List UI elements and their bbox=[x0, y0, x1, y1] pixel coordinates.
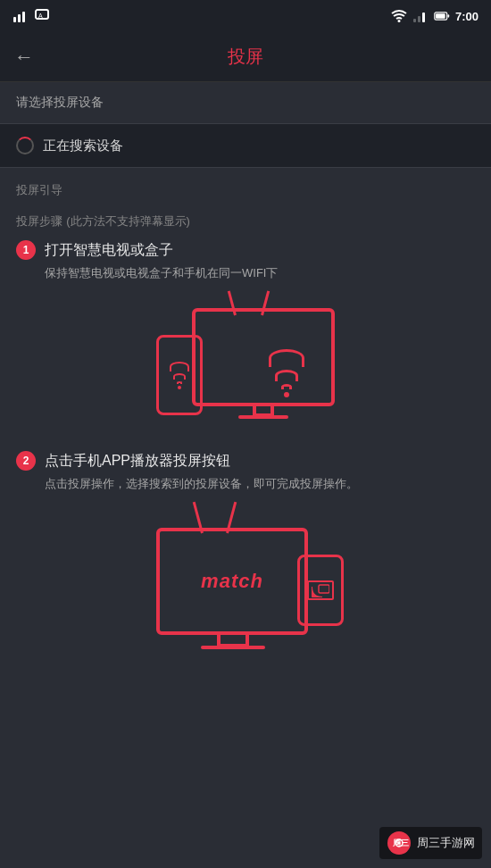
wifi-arc-large bbox=[269, 349, 304, 367]
phone-illustration-2 bbox=[297, 555, 344, 626]
tv-foot-1 bbox=[238, 415, 288, 419]
tv-illustration-1 bbox=[156, 290, 335, 433]
loading-spinner bbox=[16, 137, 34, 154]
svg-rect-11 bbox=[448, 14, 450, 17]
watermark-logo: 周三 bbox=[387, 830, 412, 855]
signal-bars-icon bbox=[412, 8, 429, 24]
status-bar-left-icons: A bbox=[12, 8, 50, 24]
phone-wifi-dot bbox=[178, 386, 181, 389]
step-2-title-row: 2 点击手机APP播放器投屏按钮 bbox=[16, 451, 475, 471]
svg-rect-2 bbox=[22, 12, 25, 22]
svg-text:A: A bbox=[38, 13, 43, 19]
back-button[interactable]: ← bbox=[14, 46, 34, 69]
clock: 7:00 bbox=[455, 10, 479, 23]
tv2-body: match bbox=[156, 528, 308, 635]
step-1-section: 1 打开智慧电视或盒子 保持智慧电视或电视盒子和手机在同一WIFI下 bbox=[16, 240, 475, 433]
status-bar-right: 7:00 bbox=[391, 8, 479, 24]
phone-wifi-arc-small bbox=[177, 381, 182, 384]
wifi-arc-small bbox=[281, 384, 292, 389]
tv-illustration-2: match bbox=[147, 501, 344, 662]
svg-point-16 bbox=[398, 842, 401, 845]
content-area: 投屏步骤 (此方法不支持弹幕显示) 1 打开智慧电视或盒子 保持智慧电视或电视盒… bbox=[0, 204, 491, 689]
step-1-desc: 保持智慧电视或电视盒子和手机在同一WIFI下 bbox=[45, 265, 475, 281]
page-header: ← 投屏 bbox=[0, 32, 491, 82]
step-2-illustration: match bbox=[16, 501, 475, 662]
step-2-title: 点击手机APP播放器投屏按钮 bbox=[45, 452, 230, 471]
svg-rect-10 bbox=[436, 13, 445, 19]
svg-rect-1 bbox=[18, 14, 21, 22]
phone2-screen bbox=[307, 580, 334, 600]
cast-icon bbox=[312, 583, 329, 597]
status-bar: A 7:00 bbox=[0, 0, 491, 32]
step-2-section: 2 点击手机APP播放器投屏按钮 点击投屏操作，选择搜索到的投屏设备，即可完成投… bbox=[16, 451, 475, 662]
tv-wifi-symbol bbox=[269, 349, 304, 397]
wifi-status-icon bbox=[391, 8, 407, 24]
tv2-foot bbox=[201, 646, 265, 649]
phone-wifi-symbol bbox=[170, 362, 189, 389]
step-2-desc: 点击投屏操作，选择搜索到的投屏设备，即可完成投屏操作。 bbox=[45, 476, 475, 492]
signal-icon bbox=[12, 8, 29, 24]
step-1-title: 打开智慧电视或盒子 bbox=[45, 241, 173, 260]
svg-point-5 bbox=[397, 20, 400, 22]
wifi-arc-medium bbox=[275, 370, 298, 381]
svg-rect-7 bbox=[418, 16, 420, 22]
svg-rect-0 bbox=[13, 17, 16, 22]
step-1-badge: 1 bbox=[16, 240, 36, 260]
steps-heading: 投屏步骤 (此方法不支持弹幕显示) bbox=[16, 213, 475, 230]
phone-illustration-1 bbox=[156, 335, 203, 415]
phone-wifi-arc-medium bbox=[173, 373, 186, 380]
phone-wifi-arc-large bbox=[170, 362, 189, 371]
step-1-title-row: 1 打开智慧电视或盒子 bbox=[16, 240, 475, 260]
step-2-badge: 2 bbox=[16, 451, 36, 471]
notification-icon: A bbox=[34, 8, 50, 24]
watermark-text: 周三手游网 bbox=[417, 835, 475, 851]
tv-body-1 bbox=[192, 308, 335, 406]
searching-text: 正在搜索设备 bbox=[43, 138, 123, 154]
select-device-label: 请选择投屏设备 bbox=[0, 82, 491, 124]
battery-icon bbox=[434, 8, 450, 24]
searching-bar: 正在搜索设备 bbox=[0, 124, 491, 168]
step-1-illustration bbox=[16, 290, 475, 433]
watermark: 周三 周三手游网 bbox=[379, 827, 482, 859]
svg-rect-8 bbox=[422, 13, 425, 22]
wifi-dot bbox=[284, 392, 289, 397]
guide-section-label: 投屏引导 bbox=[0, 168, 491, 204]
svg-rect-12 bbox=[319, 585, 329, 593]
tv-brand-text: match bbox=[201, 570, 263, 593]
page-title: 投屏 bbox=[228, 45, 263, 69]
svg-rect-6 bbox=[413, 19, 416, 22]
